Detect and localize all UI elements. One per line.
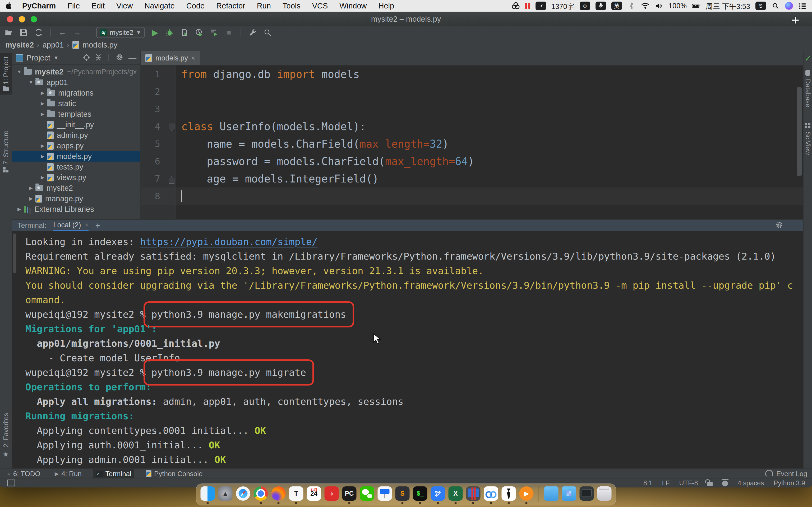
back-icon[interactable]: ←	[58, 28, 67, 37]
chevron-down-icon[interactable]: ▼	[53, 55, 59, 61]
editor-scrollbar[interactable]	[797, 87, 802, 176]
input-language-badge[interactable]: 英	[611, 2, 622, 10]
search-everywhere-icon[interactable]	[263, 28, 272, 37]
profiler-button[interactable]	[195, 28, 204, 37]
tree-item-apps-py[interactable]: ▶apps.py	[12, 140, 140, 151]
save-icon[interactable]	[19, 28, 29, 37]
dock-keynote[interactable]	[378, 487, 392, 504]
close-window-button[interactable]	[7, 16, 13, 22]
tool-button-structure[interactable]: 7: Structure	[0, 130, 12, 172]
terminal-link[interactable]: https://pypi.douban.com/simple/	[140, 236, 317, 247]
dock-excel[interactable]: X	[449, 487, 463, 504]
close-tab-icon[interactable]: ×	[191, 54, 195, 62]
python-interpreter[interactable]: Python 3.9	[773, 479, 805, 487]
menu-window[interactable]: Window	[334, 2, 372, 10]
spotlight-icon[interactable]	[771, 2, 780, 10]
dock-launchpad[interactable]: ▲	[218, 487, 233, 504]
indent-setting[interactable]: 4 spaces	[738, 479, 764, 487]
tree-item-static[interactable]: ▶static	[12, 98, 140, 109]
siri-icon[interactable]	[785, 2, 793, 10]
project-panel-title[interactable]: Project	[27, 54, 50, 62]
sync-icon[interactable]	[34, 28, 43, 37]
menu-code[interactable]: Code	[181, 2, 210, 10]
tree-expand-arrow[interactable]: ▼	[27, 80, 36, 85]
bluetooth-icon[interactable]	[627, 2, 636, 10]
word-count-status[interactable]: 1370字	[551, 1, 574, 11]
wrench-icon[interactable]	[248, 28, 257, 37]
tree-item-templates[interactable]: ▶templates	[12, 109, 140, 119]
inspections-ok-icon[interactable]: ✓	[804, 54, 812, 63]
bird-app-icon[interactable]	[536, 2, 546, 10]
terminal-settings-gear-icon[interactable]	[775, 221, 783, 230]
hide-panel-icon[interactable]: —	[129, 53, 136, 62]
shottr-icon[interactable]: S	[755, 2, 766, 10]
terminal-scrollbar[interactable]	[13, 233, 16, 273]
menu-edit[interactable]: Edit	[86, 2, 110, 10]
dock-tie-app[interactable]	[502, 487, 516, 504]
menu-file[interactable]: File	[62, 2, 86, 10]
terminal-output[interactable]: Looking in indexes: https://pypi.douban.…	[12, 231, 803, 469]
window-title-bar[interactable]: mysite2 – models.py +	[0, 12, 812, 26]
close-terminal-tab-icon[interactable]: ×	[85, 220, 89, 230]
collapse-all-icon[interactable]	[95, 54, 101, 62]
tree-expand-arrow[interactable]: ▶	[27, 196, 36, 202]
dock-netease-music[interactable]: ♪	[324, 487, 339, 504]
tree-expand-arrow[interactable]: ▶	[27, 185, 36, 191]
dock-typora[interactable]: T	[289, 487, 303, 504]
hide-terminal-icon[interactable]: —	[790, 221, 798, 230]
dock-screens-stack[interactable]	[580, 487, 594, 504]
hector-inspector-icon[interactable]	[722, 481, 728, 487]
zoom-window-button[interactable]	[31, 16, 37, 22]
tree-expand-arrow[interactable]: ▶	[38, 143, 47, 149]
dock-firefox[interactable]	[271, 487, 286, 504]
tree-item-manage-py[interactable]: ▶manage.py	[12, 193, 140, 204]
tree-item-views-py[interactable]: ▶views.py	[12, 172, 140, 183]
dock-chrome[interactable]	[254, 487, 268, 504]
dock-safari[interactable]	[236, 487, 250, 504]
event-log-button[interactable]: Event Log	[765, 470, 807, 478]
tree-expand-arrow[interactable]: ▶	[38, 111, 47, 117]
tree-item-admin-py[interactable]: admin.py	[12, 130, 140, 140]
caret-position[interactable]: 8:1	[643, 479, 653, 487]
coverage-button[interactable]	[180, 28, 189, 37]
menu-run[interactable]: Run	[251, 2, 277, 10]
debug-button[interactable]	[165, 28, 174, 37]
menu-navigate[interactable]: Navigate	[139, 2, 180, 10]
run-configuration-select[interactable]: dj mysite2 ▼	[96, 27, 145, 38]
file-encoding[interactable]: UTF-8	[679, 479, 698, 487]
terminal-tab-local[interactable]: Local (2) ×	[53, 220, 89, 231]
gear-icon[interactable]	[116, 54, 123, 62]
tree-expand-arrow[interactable]: ▶	[38, 90, 47, 96]
new-terminal-session-button[interactable]: +	[95, 221, 100, 230]
breadcrumb-file[interactable]: models.py	[83, 41, 117, 49]
wifi-icon[interactable]	[641, 2, 650, 10]
dock-trash[interactable]	[597, 487, 612, 504]
control-center-icon[interactable]	[798, 2, 807, 10]
tool-button-python-console[interactable]: Python Console	[143, 469, 205, 478]
tree-item-app01[interactable]: ▼app01	[12, 77, 140, 88]
tree-item-mysite2[interactable]: ▶mysite2	[12, 183, 140, 193]
readonly-lock-icon[interactable]	[707, 482, 713, 486]
tree-expand-arrow[interactable]: ▶	[38, 154, 47, 159]
run-button[interactable]: ▶	[150, 28, 160, 37]
tool-button-sciview[interactable]: SciView	[804, 123, 812, 155]
tree-item-tests-py[interactable]: tests.py	[12, 162, 140, 172]
dock-terminal[interactable]: $_	[413, 487, 427, 504]
menu-view[interactable]: View	[110, 2, 139, 10]
dock-calendar[interactable]: 2411月	[307, 487, 321, 504]
battery-icon[interactable]	[692, 2, 701, 10]
dock-circles-app[interactable]	[484, 487, 498, 504]
pause-indicator-icon[interactable]	[525, 3, 530, 9]
tree-item-init-py[interactable]: __init__.py	[12, 119, 140, 130]
dock-wechat[interactable]	[360, 487, 374, 504]
circles-status-icon[interactable]	[511, 2, 520, 10]
menu-tools[interactable]: Tools	[277, 2, 306, 10]
clock-status[interactable]: 周三 下午3:53	[706, 1, 750, 11]
tree-item-mysite2[interactable]: ▼mysite2~/PycharmProjects/gx	[12, 66, 140, 77]
tree-item-migrations[interactable]: ▶migrations	[12, 88, 140, 98]
volume-icon[interactable]	[655, 2, 663, 10]
emoji-input-icon[interactable]: ☺	[580, 2, 590, 10]
menu-pycharm[interactable]: PyCharm	[16, 2, 62, 10]
menu-vcs[interactable]: VCS	[306, 2, 334, 10]
tool-button-database[interactable]: Database	[804, 70, 812, 107]
